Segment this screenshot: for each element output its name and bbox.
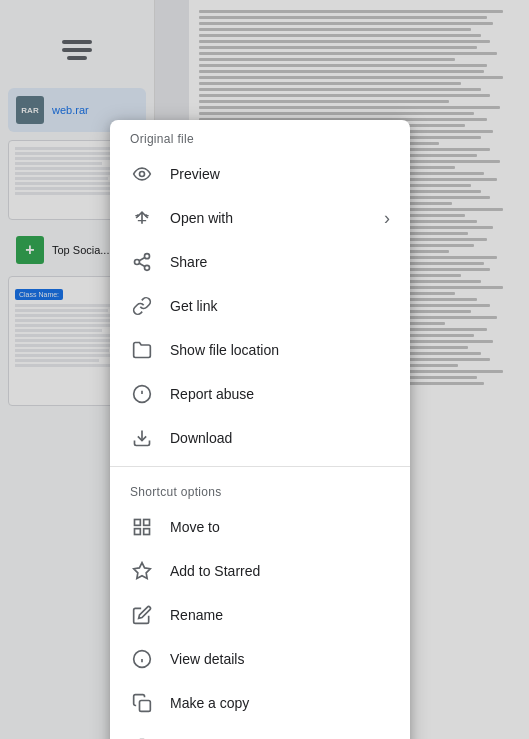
get-link-label: Get link bbox=[170, 298, 390, 314]
menu-item-make-copy[interactable]: Make a copy bbox=[110, 681, 410, 725]
svg-line-6 bbox=[139, 263, 145, 266]
make-copy-label: Make a copy bbox=[170, 695, 390, 711]
context-menu: Original file Preview Open with › bbox=[110, 120, 410, 739]
svg-point-4 bbox=[135, 260, 140, 265]
info-icon bbox=[130, 647, 154, 671]
menu-item-get-link[interactable]: Get link bbox=[110, 284, 410, 328]
trash-icon bbox=[130, 735, 154, 739]
move-icon bbox=[130, 515, 154, 539]
share-label: Share bbox=[170, 254, 390, 270]
svg-point-5 bbox=[145, 265, 150, 270]
menu-item-rename[interactable]: Rename bbox=[110, 593, 410, 637]
preview-label: Preview bbox=[170, 166, 390, 182]
folder-icon bbox=[130, 338, 154, 362]
report-icon bbox=[130, 382, 154, 406]
show-location-label: Show file location bbox=[170, 342, 390, 358]
report-abuse-label: Report abuse bbox=[170, 386, 390, 402]
share-icon bbox=[130, 250, 154, 274]
section2-label: Shortcut options bbox=[110, 473, 410, 505]
svg-point-3 bbox=[145, 254, 150, 259]
svg-rect-15 bbox=[135, 529, 141, 535]
section1-label: Original file bbox=[110, 120, 410, 152]
menu-item-download[interactable]: Download bbox=[110, 416, 410, 460]
svg-rect-12 bbox=[135, 520, 141, 526]
menu-item-remove[interactable]: Remove bbox=[110, 725, 410, 739]
menu-item-show-location[interactable]: Show file location bbox=[110, 328, 410, 372]
menu-item-move-to[interactable]: Move to bbox=[110, 505, 410, 549]
svg-line-7 bbox=[139, 257, 145, 260]
menu-divider bbox=[110, 466, 410, 467]
svg-rect-13 bbox=[144, 520, 150, 526]
star-icon bbox=[130, 559, 154, 583]
download-label: Download bbox=[170, 430, 390, 446]
menu-item-add-starred[interactable]: Add to Starred bbox=[110, 549, 410, 593]
menu-item-view-details[interactable]: View details bbox=[110, 637, 410, 681]
move-to-label: Move to bbox=[170, 519, 390, 535]
svg-point-1 bbox=[137, 214, 140, 217]
menu-item-report-abuse[interactable]: Report abuse bbox=[110, 372, 410, 416]
open-with-arrow: › bbox=[384, 208, 390, 229]
open-with-label: Open with bbox=[170, 210, 384, 226]
eye-icon bbox=[130, 162, 154, 186]
rename-label: Rename bbox=[170, 607, 390, 623]
menu-item-preview[interactable]: Preview bbox=[110, 152, 410, 196]
download-icon bbox=[130, 426, 154, 450]
svg-rect-20 bbox=[140, 701, 151, 712]
menu-item-share[interactable]: Share bbox=[110, 240, 410, 284]
svg-marker-16 bbox=[134, 563, 151, 579]
menu-item-open-with[interactable]: Open with › bbox=[110, 196, 410, 240]
link-icon bbox=[130, 294, 154, 318]
copy-icon bbox=[130, 691, 154, 715]
svg-rect-14 bbox=[144, 529, 150, 535]
svg-point-2 bbox=[145, 214, 148, 217]
rename-icon bbox=[130, 603, 154, 627]
open-with-icon bbox=[130, 206, 154, 230]
add-starred-label: Add to Starred bbox=[170, 563, 390, 579]
view-details-label: View details bbox=[170, 651, 390, 667]
svg-point-0 bbox=[140, 172, 145, 177]
